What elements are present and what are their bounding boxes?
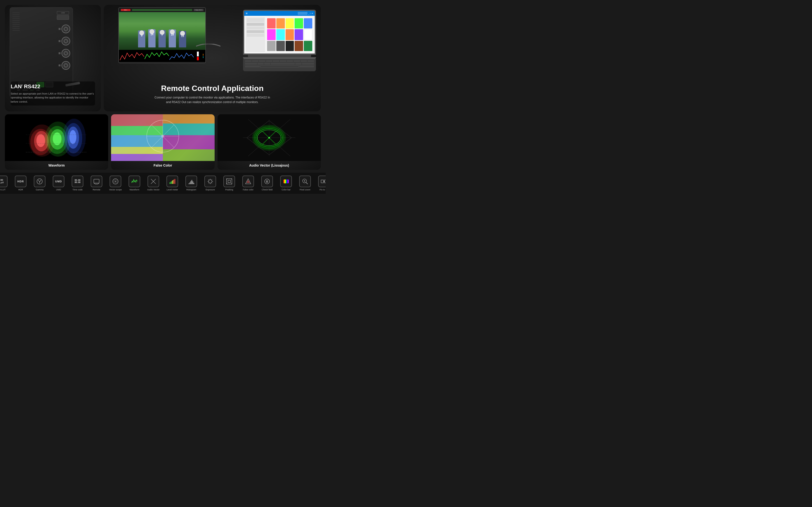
hdr-label: HDR [18,188,23,191]
svg-point-11 [69,130,76,144]
false-color-card: False Color [111,114,214,170]
svg-rect-53 [172,180,173,184]
audio-vector-icon-label: Audio Vector [147,188,160,191]
lan-text-block: LAN/ RS422 Select an appropriate port fr… [11,81,95,106]
color-bar-icon-box [280,176,292,187]
svg-point-7 [53,132,61,145]
lan-description: Select an appropriate port from LAN or R… [11,92,95,104]
svg-rect-42 [94,179,99,183]
svg-rect-54 [173,180,174,184]
pixel-zoom-icon-box [299,176,311,187]
waveform-icon-label: Waveform [130,188,139,191]
waveform-icon-box [129,176,140,187]
top-section: HDMI [0,0,326,114]
remote-image-area: SDI-1 Temp: 45°C 9 [104,5,321,78]
svg-line-88 [306,182,308,184]
feature-cards-section: Waveform [0,114,326,173]
vector-scope-label: Vector scope [109,188,122,191]
false-color-icon-label: False color [243,188,253,191]
svg-line-69 [212,183,212,183]
3d-lut-icon-box: 3DLUT [0,176,7,187]
feature-vector-scope: Vector scope [107,176,124,191]
remote-control-description: Connect your computer to control the mon… [154,95,271,105]
waveform-label: Waveform [5,161,108,170]
remote-control-panel: SDI-1 Temp: 45°C 9 [104,5,321,111]
svg-point-31 [268,137,270,138]
vector-scope-icon-box [110,176,121,187]
timecode-icon-box: 00:0000:00 [72,176,83,187]
feature-umd: UMD UMD [50,176,67,191]
histogram-icon-box [185,176,197,187]
svg-rect-58 [191,181,191,184]
pix-to-pix-label: Pix to pix [320,188,326,191]
peaking-label: Peaking [225,188,233,191]
svg-line-70 [212,180,212,180]
svg-rect-60 [192,181,193,184]
umd-label: UMD [56,188,61,191]
gamma-label: Gamma [36,188,44,191]
hdr-icon-box: HDR [15,176,26,187]
feature-timecode: 00:0000:00 Time code [69,176,86,191]
audio-vector-icon-box [147,176,159,187]
feature-hdr: HDR HDR [12,176,29,191]
remote-icon-box [91,176,102,187]
svg-rect-86 [284,179,289,183]
lan-rs422-panel: HDMI [5,5,101,111]
svg-marker-83 [246,180,250,183]
peaking-icon-box [223,176,235,187]
audio-vector-image [217,114,321,161]
pixel-zoom-label: Pixel zoom [300,188,310,191]
umd-icon-box: UMD [53,176,64,187]
feature-exposure: Exposure [201,176,219,191]
feature-pixel-zoom: Pixel zoom [296,176,314,191]
3d-lut-label: 3D-LUT [0,188,6,191]
timecode-label: Time code [72,188,83,191]
svg-rect-57 [190,182,190,184]
check-field-icon-box: B [261,176,273,187]
feature-check-field: B Check field [258,176,276,191]
main-container: HDMI [0,0,326,203]
feature-remote: Remote [88,176,105,191]
svg-rect-59 [191,180,192,184]
waveform-card: Waveform [5,114,108,170]
svg-rect-55 [175,179,175,184]
histogram-label: Histogram [186,188,196,191]
feature-peaking: Peaking [221,176,238,191]
svg-rect-61 [193,183,194,184]
svg-point-48 [115,181,116,182]
feature-level-meter: Level meter [164,176,181,191]
audio-vector-label: Audio Vector (Lissajous) [217,161,321,170]
level-meter-label: Level meter [167,188,178,191]
feature-color-bar: Color bar [277,176,295,191]
svg-rect-51 [170,182,170,184]
feature-gamma: Gamma [31,176,48,191]
remote-label: Remote [92,188,101,191]
svg-text:B: B [266,180,268,183]
remote-control-title: Remote Control Application [161,84,264,93]
feature-audio-vector-icon: Audio Vector [145,176,162,191]
exposure-label: Exposure [206,188,215,191]
false-color-label: False Color [111,161,214,170]
feature-pix-to-pix: Pix to pix [315,176,326,191]
waveform-image [5,114,108,161]
svg-rect-72 [227,179,232,184]
exposure-icon-box [204,176,216,187]
svg-rect-91 [321,180,323,183]
check-field-label: Check field [262,188,273,191]
lan-title: LAN/ RS422 [11,83,95,90]
color-bar-label: Color bar [282,188,291,191]
feature-3d-lut: 3DLUT 3D-LUT [0,176,10,191]
audio-vector-card: Audio Vector (Lissajous) [217,114,321,170]
pix-to-pix-icon-box [318,176,326,187]
svg-rect-73 [228,180,231,183]
svg-rect-52 [171,181,172,184]
feature-histogram: Histogram [183,176,200,191]
false-color-image [111,114,214,161]
level-meter-icon-box [167,176,178,187]
feature-false-color-icon: False color [239,176,257,191]
gamma-icon-box [34,176,46,187]
false-color-icon-box [242,176,254,187]
feature-waveform-icon: Waveform [126,176,143,191]
svg-line-71 [208,183,209,183]
svg-line-68 [208,180,209,180]
